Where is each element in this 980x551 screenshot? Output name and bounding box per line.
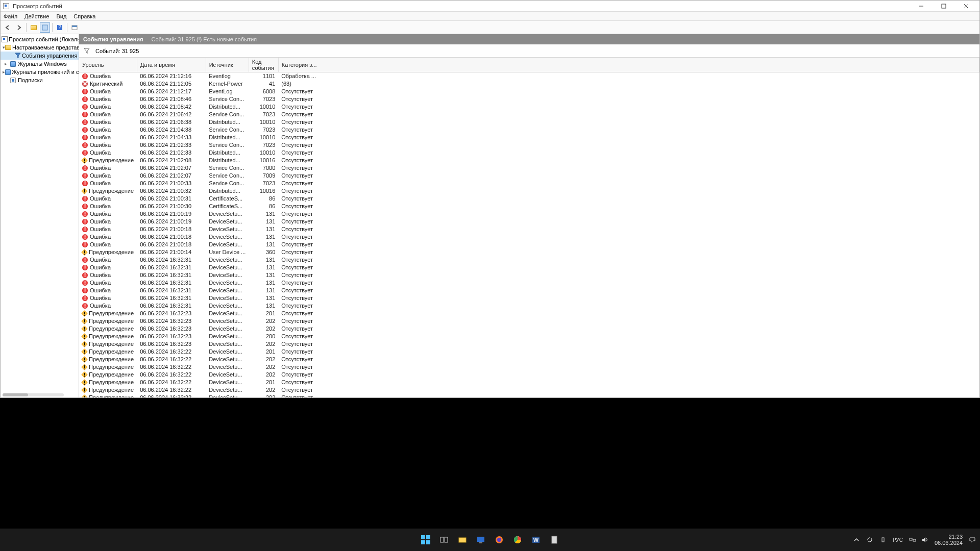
table-row[interactable]: !Предупреждение06.06.2024 16:32:23Device… (79, 325, 979, 333)
event-count-label: Событий: 31 925 (95, 48, 139, 54)
taskbar-app-word[interactable]: W (529, 533, 543, 547)
tree-app-logs[interactable]: ▸ Журналы приложений и сл (1, 68, 79, 76)
forward-button[interactable] (14, 22, 24, 33)
table-row[interactable]: !Ошибка06.06.2024 21:08:42Distributed...… (79, 103, 979, 111)
col-source[interactable]: Источник (206, 58, 249, 72)
table-row[interactable]: !Предупреждение06.06.2024 16:32:23Device… (79, 310, 979, 317)
table-row[interactable]: !Ошибка06.06.2024 21:04:38Service Con...… (79, 126, 979, 134)
table-row[interactable]: !Предупреждение06.06.2024 16:32:22Device… (79, 394, 979, 398)
titlebar[interactable]: Просмотр событий (1, 1, 979, 12)
tree-admin-events[interactable]: События управления (1, 52, 79, 60)
taskbar-clock[interactable]: 21:23 06.06.2024 (935, 534, 963, 546)
table-row[interactable]: !Ошибка06.06.2024 21:00:19DeviceSetu...1… (79, 210, 979, 218)
col-eventid[interactable]: Код события (249, 58, 278, 72)
task-view-button[interactable] (437, 533, 451, 547)
table-row[interactable]: !Ошибка06.06.2024 21:04:33Distributed...… (79, 134, 979, 141)
tree-horizontal-scrollbar[interactable] (3, 393, 64, 396)
svg-rect-16 (477, 537, 484, 542)
table-row[interactable]: !Предупреждение06.06.2024 16:32:22Device… (79, 379, 979, 386)
table-row[interactable]: !Ошибка06.06.2024 21:02:07Service Con...… (79, 164, 979, 172)
tray-volume-icon[interactable] (921, 536, 928, 543)
col-category[interactable]: Категория з... (278, 58, 979, 72)
tree-windows-logs[interactable]: ▸ Журналы Windows (1, 60, 79, 68)
table-row[interactable]: !Ошибка06.06.2024 21:00:18DeviceSetu...1… (79, 233, 979, 241)
table-row[interactable]: !Ошибка06.06.2024 16:32:31DeviceSetu...1… (79, 287, 979, 294)
tray-network-icon[interactable] (909, 536, 916, 543)
menu-view[interactable]: Вид (56, 13, 66, 19)
table-row[interactable]: !Предупреждение06.06.2024 16:32:23Device… (79, 340, 979, 348)
cell-eventid: 200 (249, 333, 278, 340)
event-grid[interactable]: Уровень Дата и время Источник Код событи… (79, 58, 979, 397)
close-button[interactable] (955, 1, 977, 11)
table-row[interactable]: !Ошибка06.06.2024 21:02:07Service Con...… (79, 172, 979, 180)
table-row[interactable]: !Ошибка06.06.2024 21:12:16Eventlog1101Об… (79, 72, 979, 80)
expand-icon[interactable]: ▸ (3, 61, 9, 66)
col-level[interactable]: Уровень (79, 58, 137, 72)
level-text: Предупреждение (89, 379, 134, 385)
table-row[interactable]: !Предупреждение06.06.2024 21:00:14User D… (79, 248, 979, 256)
taskbar-app-firefox[interactable] (492, 533, 506, 547)
show-hide-tree-button[interactable] (29, 22, 39, 33)
table-row[interactable]: !Предупреждение06.06.2024 16:32:22Device… (79, 371, 979, 379)
taskbar-app-chrome[interactable] (510, 533, 525, 547)
tray-notifications-icon[interactable] (969, 536, 976, 543)
tray-chevron-up-icon[interactable] (853, 536, 860, 543)
table-row[interactable]: !Ошибка06.06.2024 16:32:31DeviceSetu...1… (79, 302, 979, 310)
taskbar-app-monitor[interactable] (474, 533, 488, 547)
refresh-button[interactable] (69, 22, 80, 33)
table-row[interactable]: !Предупреждение06.06.2024 21:00:32Distri… (79, 187, 979, 195)
table-row[interactable]: !Ошибка06.06.2024 21:00:30CertificateS..… (79, 203, 979, 210)
menu-action[interactable]: Действие (24, 13, 49, 19)
cell-datetime: 06.06.2024 16:32:31 (137, 279, 206, 287)
tray-usb-icon[interactable] (879, 536, 887, 543)
properties-button[interactable] (40, 22, 50, 33)
maximize-button[interactable] (933, 1, 955, 11)
table-row[interactable]: !Ошибка06.06.2024 21:00:19DeviceSetu...1… (79, 218, 979, 226)
taskbar-app-explorer[interactable] (455, 533, 470, 547)
tree-subscriptions[interactable]: Подписки (1, 76, 79, 84)
table-row[interactable]: !Предупреждение06.06.2024 16:32:22Device… (79, 363, 979, 371)
table-row[interactable]: !Ошибка06.06.2024 21:06:38Distributed...… (79, 118, 979, 126)
minimize-button[interactable] (910, 1, 933, 11)
table-row[interactable]: !Ошибка06.06.2024 16:32:31DeviceSetu...1… (79, 294, 979, 302)
table-row[interactable]: !Ошибка06.06.2024 16:32:31DeviceSetu...1… (79, 264, 979, 271)
table-row[interactable]: !Предупреждение06.06.2024 16:32:22Device… (79, 356, 979, 363)
back-button[interactable] (3, 22, 13, 33)
start-button[interactable] (419, 533, 433, 547)
navigation-tree[interactable]: Просмотр событий (Локальн ▾ Настраиваемы… (1, 34, 79, 397)
tree-custom-views[interactable]: ▾ Настраиваемые представл (1, 43, 79, 52)
taskbar-app-generic[interactable] (547, 533, 561, 547)
table-row[interactable]: !Ошибка06.06.2024 21:08:46Service Con...… (79, 95, 979, 103)
menu-file[interactable]: Файл (4, 13, 17, 19)
help-button[interactable]: ? (55, 22, 65, 33)
table-row[interactable]: !Предупреждение06.06.2024 21:02:08Distri… (79, 157, 979, 164)
cell-eventid: 201 (249, 348, 278, 356)
table-row[interactable]: !Ошибка06.06.2024 21:06:42Service Con...… (79, 111, 979, 118)
table-row[interactable]: !Ошибка06.06.2024 16:32:31DeviceSetu...1… (79, 256, 979, 264)
table-row[interactable]: !Предупреждение06.06.2024 16:32:23Device… (79, 317, 979, 325)
table-row[interactable]: !Ошибка06.06.2024 21:00:18DeviceSetu...1… (79, 226, 979, 233)
cell-datetime: 06.06.2024 21:02:07 (137, 172, 206, 180)
menu-help[interactable]: Справка (74, 13, 95, 19)
table-row[interactable]: !Предупреждение06.06.2024 16:32:23Device… (79, 333, 979, 340)
table-row[interactable]: !Ошибка06.06.2024 21:00:31CertificateS..… (79, 195, 979, 203)
tree-root[interactable]: Просмотр событий (Локальн (1, 35, 79, 43)
table-row[interactable]: !Ошибка06.06.2024 21:02:33Service Con...… (79, 141, 979, 149)
table-row[interactable]: !Ошибка06.06.2024 16:32:31DeviceSetu...1… (79, 271, 979, 279)
tray-language[interactable]: РУС (893, 537, 903, 543)
table-row[interactable]: !Ошибка06.06.2024 21:00:18DeviceSetu...1… (79, 241, 979, 248)
filter-icon[interactable] (83, 47, 90, 55)
table-row[interactable]: ✕Критический06.06.2024 21:12:05Kernel-Po… (79, 80, 979, 88)
err-icon: ! (82, 211, 88, 217)
taskbar[interactable]: W РУС 21:23 06.06.2024 (0, 529, 980, 551)
table-row[interactable]: !Ошибка06.06.2024 16:32:31DeviceSetu...1… (79, 279, 979, 287)
cell-category: Отсутствует (278, 88, 979, 95)
col-datetime[interactable]: Дата и время (137, 58, 206, 72)
table-row[interactable]: !Предупреждение06.06.2024 16:32:22Device… (79, 348, 979, 356)
tray-sync-icon[interactable] (866, 536, 873, 543)
table-row[interactable]: !Ошибка06.06.2024 21:02:33Distributed...… (79, 149, 979, 157)
level-text: Ошибка (90, 218, 111, 224)
table-row[interactable]: !Ошибка06.06.2024 21:00:33Service Con...… (79, 180, 979, 187)
table-row[interactable]: !Ошибка06.06.2024 21:12:17EventLog6008От… (79, 88, 979, 95)
table-row[interactable]: !Предупреждение06.06.2024 16:32:22Device… (79, 386, 979, 394)
